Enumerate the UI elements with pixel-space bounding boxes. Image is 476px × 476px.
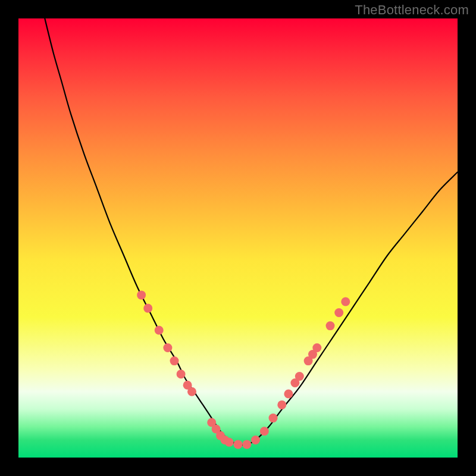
data-marker [284, 390, 293, 399]
data-marker [234, 440, 243, 449]
data-marker [225, 438, 234, 447]
data-marker [177, 369, 186, 378]
data-marker [251, 436, 260, 444]
data-marker [269, 414, 278, 422]
bottleneck-curve [45, 18, 458, 445]
data-marker [295, 372, 304, 381]
data-marker [326, 321, 335, 330]
plot-area [18, 18, 458, 458]
data-marker [143, 304, 152, 313]
data-marker [312, 343, 321, 352]
data-marker [155, 326, 164, 335]
data-marker [163, 343, 172, 352]
data-marker [260, 427, 269, 436]
chart-svg [18, 18, 458, 458]
data-marker [341, 298, 350, 306]
marker-group [137, 290, 350, 449]
data-marker [277, 400, 286, 409]
data-marker [187, 387, 196, 396]
data-marker [334, 308, 343, 317]
data-marker [242, 440, 251, 449]
data-marker [170, 356, 179, 365]
data-marker [137, 290, 146, 299]
chart-frame: TheBottleneck.com [0, 0, 476, 476]
watermark-text: TheBottleneck.com [355, 2, 469, 18]
